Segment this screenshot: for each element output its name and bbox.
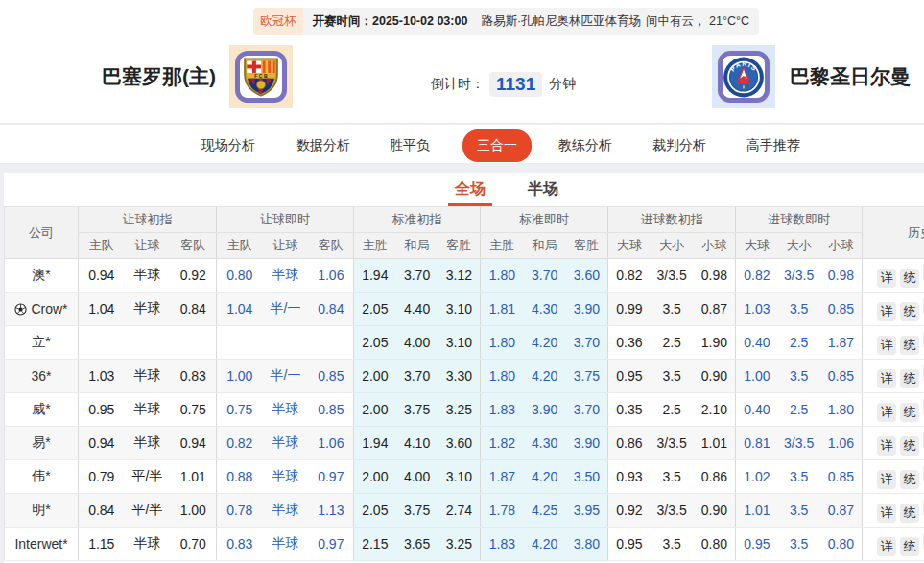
detail-button[interactable]: 详 xyxy=(877,436,896,456)
odds-cell: 0.98 xyxy=(820,259,863,293)
odds-cell: 3.5 xyxy=(778,528,820,561)
odds-cell: 半球 xyxy=(125,393,171,427)
history-cell: 详统 xyxy=(863,326,924,360)
detail-button[interactable]: 详 xyxy=(877,403,896,422)
odds-cell: 2.5 xyxy=(651,393,694,427)
odds-row-1: 澳*0.94半球0.920.80半球1.061.943.703.121.803.… xyxy=(5,259,924,293)
stats-button[interactable]: 统 xyxy=(900,436,919,456)
odds-cell: 0.87 xyxy=(820,494,863,528)
stats-button[interactable]: 统 xyxy=(900,504,919,523)
odds-row-4: 36*1.03半球0.831.00半/一0.852.003.703.301.80… xyxy=(5,360,924,393)
league-badge[interactable]: 欧冠杯 xyxy=(253,8,303,35)
odds-cell: 3.5 xyxy=(651,528,694,561)
company-cell: 易* xyxy=(5,427,79,460)
nav-item-4[interactable]: 三合一 xyxy=(462,129,532,162)
odds-cell: 0.92 xyxy=(171,259,217,293)
odds-cell: 0.93 xyxy=(608,460,651,494)
odds-cell: 0.94 xyxy=(79,427,125,460)
detail-button[interactable]: 详 xyxy=(877,537,896,556)
detail-button[interactable]: 详 xyxy=(877,470,896,489)
odds-cell: 0.40 xyxy=(736,326,778,360)
odds-cell: 2.5 xyxy=(778,326,820,360)
odds-cell: 3.70 xyxy=(396,360,438,393)
odds-cell: 1.02 xyxy=(736,460,778,494)
countdown-value: 1131 xyxy=(489,72,542,97)
stats-button[interactable]: 统 xyxy=(900,403,919,422)
odds-cell: 3.80 xyxy=(566,528,608,561)
group-header-3: 标准初指 xyxy=(354,207,481,233)
odds-cell: 0.80 xyxy=(694,528,736,561)
odds-cell: 4.00 xyxy=(396,326,438,360)
odds-cell: 0.35 xyxy=(608,393,651,427)
odds-cell: 平/半 xyxy=(125,494,171,528)
odds-cell: 0.95 xyxy=(608,360,651,393)
stats-button[interactable]: 统 xyxy=(900,336,919,355)
odds-cell: 3.30 xyxy=(438,360,481,393)
odds-cell xyxy=(309,326,354,360)
odds-cell: 1.03 xyxy=(736,293,778,326)
detail-button[interactable]: 详 xyxy=(877,302,896,321)
odds-row-8: 明*0.84平/半1.000.78半球1.132.053.752.741.784… xyxy=(5,494,924,528)
stats-button[interactable]: 统 xyxy=(900,302,919,321)
odds-cell: 半球 xyxy=(125,360,171,393)
odds-row-2: Crow*1.04半球0.841.04半/一0.842.054.403.101.… xyxy=(5,293,924,326)
odds-row-7: 伟*0.79平/半1.010.88半球0.972.004.003.101.874… xyxy=(5,460,924,494)
nav-item-5[interactable]: 教练分析 xyxy=(558,137,612,154)
odds-cell: 4.20 xyxy=(524,460,566,494)
odds-cell: 1.04 xyxy=(217,293,263,326)
sub-header: 小球 xyxy=(820,233,863,259)
odds-cell: 3/3.5 xyxy=(651,494,694,528)
odds-cell: 3.12 xyxy=(438,259,481,293)
odds-cell: 0.88 xyxy=(217,460,263,494)
odds-cell: 半球 xyxy=(263,259,309,293)
tab-1[interactable]: 全场 xyxy=(455,179,486,199)
odds-cell: 3.25 xyxy=(438,393,481,427)
odds-cell: 0.84 xyxy=(171,293,217,326)
odds-cell: 0.80 xyxy=(217,259,263,293)
company-cell: 36* xyxy=(5,360,79,393)
odds-cell: 0.87 xyxy=(694,293,736,326)
odds-cell: 1.90 xyxy=(694,326,736,360)
stats-button[interactable]: 统 xyxy=(900,269,919,288)
sub-header: 和局 xyxy=(396,233,438,259)
odds-cell: 半球 xyxy=(263,393,309,427)
nav-item-3[interactable]: 胜平负 xyxy=(390,137,430,154)
history-cell: 详统 xyxy=(863,528,924,561)
detail-button[interactable]: 详 xyxy=(877,504,896,523)
odds-cell: 4.00 xyxy=(396,460,438,494)
detail-button[interactable]: 详 xyxy=(877,336,896,355)
odds-cell: 2.74 xyxy=(438,494,481,528)
detail-button[interactable]: 详 xyxy=(877,269,896,288)
odds-cell: 1.01 xyxy=(694,427,736,460)
odds-cell: 0.99 xyxy=(608,293,651,326)
stats-button[interactable]: 统 xyxy=(900,369,919,388)
sub-header: 客胜 xyxy=(438,233,481,259)
odds-cell: 1.06 xyxy=(309,427,354,460)
odds-cell: 0.82 xyxy=(736,259,778,293)
odds-cell: 1.80 xyxy=(481,259,524,293)
odds-cell: 半球 xyxy=(125,528,171,561)
home-team-name: 巴塞罗那(主) xyxy=(102,63,216,90)
stats-button[interactable]: 统 xyxy=(900,470,919,489)
company-cell: 威* xyxy=(5,393,79,427)
odds-cell: 3.10 xyxy=(438,326,481,360)
nav-item-6[interactable]: 裁判分析 xyxy=(652,137,706,154)
detail-button[interactable]: 详 xyxy=(877,369,896,388)
tab-2[interactable]: 半场 xyxy=(528,179,558,199)
odds-cell: 1.00 xyxy=(217,360,263,393)
barcelona-crest-icon: F C B xyxy=(235,51,287,103)
nav-item-2[interactable]: 数据分析 xyxy=(296,137,350,154)
odds-cell: 0.92 xyxy=(608,494,651,528)
odds-cell: 3.25 xyxy=(438,528,481,561)
history-cell: 详统 xyxy=(863,460,924,494)
odds-cell: 0.79 xyxy=(79,460,125,494)
odds-cell: 半球 xyxy=(263,494,309,528)
odds-cell: 3.5 xyxy=(651,460,694,494)
nav-item-7[interactable]: 高手推荐 xyxy=(746,137,800,154)
odds-cell: 4.25 xyxy=(524,494,566,528)
odds-cell: 半球 xyxy=(263,528,309,561)
odds-cell: 1.00 xyxy=(171,494,217,528)
odds-cell: 0.95 xyxy=(79,393,125,427)
stats-button[interactable]: 统 xyxy=(900,537,919,556)
nav-item-1[interactable]: 现场分析 xyxy=(201,137,255,154)
